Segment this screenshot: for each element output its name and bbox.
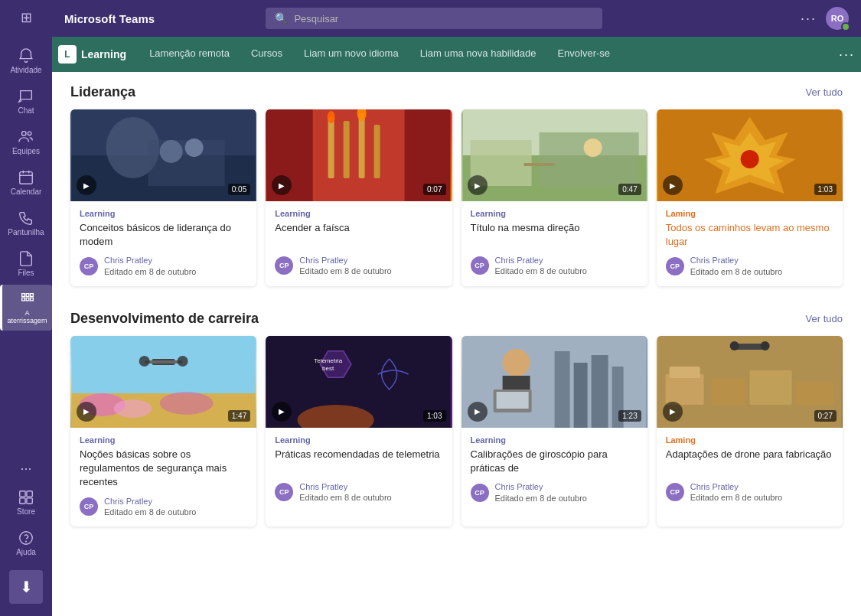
card-thumb-c2: Telemetria best ▶ 1:03 [266, 336, 452, 428]
topbar-right: ··· RO [801, 7, 849, 30]
section-lideranca-view-all[interactable]: Ver tudo [806, 86, 843, 98]
sidebar-item-help[interactable]: Ajuda [0, 523, 52, 562]
grid-icon[interactable]: ⊞ [18, 6, 35, 29]
topbar-more-dots[interactable]: ··· [801, 11, 817, 27]
svg-point-11 [26, 541, 27, 542]
card-provider-2: Learning [275, 209, 442, 218]
tabbar-more-dots[interactable]: ··· [839, 47, 855, 63]
svg-rect-65 [795, 382, 833, 405]
card-play-c1[interactable]: ▶ [77, 402, 96, 422]
sidebar-item-landing[interactable]: A aterrissagem [0, 285, 52, 331]
card-author-c2: Chris Pratley Editado em 8 de outubro [299, 481, 391, 504]
card-provider-c4: Laming [666, 435, 833, 445]
tab-cursos[interactable]: Cursos [240, 38, 293, 70]
card-provider-c2: Learning [275, 435, 442, 445]
svg-point-16 [160, 140, 183, 163]
card-carreira-4[interactable]: ▶ 0:27 Laming Adaptações de drone para f… [657, 336, 843, 526]
svg-rect-22 [359, 113, 365, 178]
file-icon [18, 250, 34, 267]
tab-lamentacao[interactable]: Lamenção remota [139, 38, 240, 70]
app-logo: L [58, 45, 77, 64]
svg-point-43 [114, 399, 152, 418]
svg-rect-2 [20, 172, 33, 184]
main-wrapper: L Learning Lamenção remota Cursos Liam u… [52, 37, 861, 616]
card-provider-1: Learning [80, 209, 247, 218]
sidebar: ⊞ Atividade Chat Equipes Calendar Pantun… [0, 0, 52, 616]
card-play-c4[interactable]: ▶ [663, 402, 683, 422]
card-meta-3: CP Chris Pratley Editado em 8 de outubro [471, 255, 638, 277]
store-icon [18, 489, 34, 506]
card-title-c3: Calibrações de giroscópio para práticas … [471, 448, 638, 475]
section-lideranca-title: Liderança [70, 84, 135, 100]
tabbar-app-name: Learning [81, 48, 126, 60]
card-carreira-2[interactable]: Telemetria best ▶ 1:03 Learning Práticas… [266, 336, 452, 526]
svg-point-24 [328, 111, 335, 123]
sidebar-more-dots[interactable]: ··· [14, 455, 38, 483]
card-provider-4: Laming [666, 209, 833, 218]
section-carreira-header: Desenvolvimento de carreira Ver tudo [70, 311, 843, 327]
sidebar-item-teams[interactable]: Equipes [0, 122, 52, 161]
download-button[interactable]: ⬇ [9, 570, 43, 604]
tab-habilidade[interactable]: Liam uma nova habilidade [409, 38, 547, 70]
online-badge [841, 22, 850, 31]
card-lideranca-2[interactable]: ▶ 0:07 Learning Acender a faísca CP Chri… [266, 109, 452, 286]
svg-rect-61 [665, 374, 703, 405]
sidebar-item-calendar[interactable]: Calendar [0, 163, 52, 202]
sidebar-item-chat[interactable]: Chat [0, 82, 52, 121]
card-thumb-c3: ▶ 1:23 [461, 336, 647, 428]
card-lideranca-3[interactable]: ▶ 0:47 Learning Título na mesma direção … [461, 109, 647, 286]
card-meta-c4: CP Chris Pratley Editado em 8 de outubro [666, 481, 833, 504]
carreira-cards-grid: ▶ 1:47 Learning Noções básicas sobre os … [70, 336, 843, 526]
card-duration-c3: 1:23 [618, 410, 641, 422]
sidebar-bottom: ··· Store Ajuda ⬇ [0, 455, 52, 610]
card-play-4[interactable]: ▶ [663, 175, 683, 195]
card-body-c4: Laming Adaptações de drone para fabricaç… [657, 428, 843, 513]
card-play-1[interactable]: ▶ [77, 175, 96, 195]
card-meta-c1: CP Chris Pratley Editado em 8 de outubro [80, 496, 247, 518]
card-duration-c2: 1:03 [423, 410, 445, 422]
svg-rect-53 [573, 363, 587, 428]
card-duration-c1: 1:47 [228, 410, 250, 422]
sidebar-item-activity[interactable]: Atividade [0, 41, 52, 80]
svg-rect-7 [27, 491, 32, 497]
card-thumb-c4: ▶ 0:27 [657, 336, 843, 428]
card-play-c3[interactable]: ▶ [468, 402, 488, 422]
calendar-icon [18, 169, 34, 186]
card-lideranca-1[interactable]: ▶ 0:05 Learning Conceitos básicos de lid… [70, 109, 256, 286]
card-title-3: Título na mesma direção [471, 221, 638, 249]
teams-icon [18, 129, 34, 145]
tab-envolver[interactable]: Envolver-se [546, 38, 621, 70]
card-body-3: Learning Título na mesma direção CP Chri… [461, 201, 647, 286]
card-author-3: Chris Pratley Editado em 8 de outubro [495, 255, 587, 277]
user-avatar[interactable]: RO [826, 7, 849, 30]
svg-rect-8 [20, 498, 25, 504]
card-author-c1: Chris Pratley Editado em 8 de outubro [104, 496, 196, 518]
sidebar-item-files[interactable]: Files [0, 244, 52, 283]
card-provider-3: Learning [471, 209, 638, 218]
card-play-3[interactable]: ▶ [468, 175, 488, 195]
svg-point-10 [20, 532, 33, 545]
section-carreira-view-all[interactable]: Ver tudo [806, 313, 843, 324]
app-title: Microsoft Teams [64, 12, 155, 25]
card-author-2: Chris Pratley Editado em 8 de outubro [299, 255, 391, 277]
card-thumb-c1: ▶ 1:47 [70, 336, 256, 428]
topbar: Microsoft Teams 🔍 ··· RO [52, 0, 861, 37]
sidebar-item-store[interactable]: Store [0, 483, 52, 522]
svg-rect-52 [554, 351, 569, 428]
card-carreira-1[interactable]: ▶ 1:47 Learning Noções básicas sobre os … [70, 336, 256, 526]
search-bar[interactable]: 🔍 [266, 8, 602, 29]
card-carreira-3[interactable]: ▶ 1:23 Learning Calibrações de giroscópi… [461, 336, 647, 526]
svg-rect-62 [669, 367, 700, 378]
card-body-c3: Learning Calibrações de giroscópio para … [461, 428, 647, 513]
card-duration-1: 0:05 [228, 184, 250, 195]
card-title-c4: Adaptações de drone para fabricação [666, 448, 833, 475]
svg-rect-66 [734, 344, 765, 350]
tab-idioma[interactable]: Liam um novo idioma [293, 38, 409, 70]
card-author-c3: Chris Pratley Editado em 8 de outubro [495, 481, 587, 504]
card-thumb-2: ▶ 0:07 [266, 109, 452, 201]
card-lideranca-4[interactable]: ▶ 1:03 Laming Todos os caminhos levam ao… [657, 109, 843, 286]
svg-rect-39 [145, 360, 183, 363]
card-meta-2: CP Chris Pratley Editado em 8 de outubro [275, 255, 442, 277]
sidebar-item-calls[interactable]: Pantunilha [0, 204, 52, 243]
search-input[interactable] [294, 13, 593, 24]
